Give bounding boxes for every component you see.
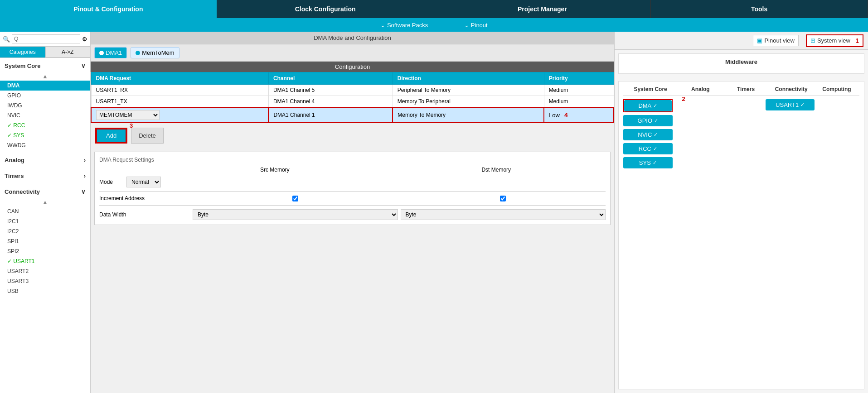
- col-channel: Channel: [268, 72, 393, 85]
- annotation-2: 2: [682, 96, 685, 102]
- dma-check-icon: ✓: [653, 103, 657, 109]
- content-header: DMA Mode and Configuration: [91, 32, 614, 44]
- settings-body: Src Memory Dst Memory Mode Normal Circul…: [99, 167, 606, 220]
- nav-clock[interactable]: Clock Configuration: [217, 0, 434, 18]
- dst-data-width-select[interactable]: Byte Half Word Word: [401, 209, 606, 220]
- nav-pinout[interactable]: Pinout & Configuration: [0, 0, 217, 18]
- analog-label: Analog: [5, 157, 24, 163]
- search-input[interactable]: [12, 34, 80, 43]
- sidebar-item-usart1[interactable]: USART1: [0, 256, 90, 266]
- connectivity-header[interactable]: Connectivity ∨: [0, 186, 90, 198]
- tab-dma1[interactable]: DMA1: [94, 47, 127, 58]
- system-icon: ⊞: [810, 37, 815, 44]
- config-tabs: DMA1 MemToMem: [91, 44, 614, 62]
- dst-increment-check: [401, 196, 606, 201]
- cell-priority-1: Medium: [544, 96, 614, 108]
- search-bar: 🔍 ⚙: [0, 32, 90, 47]
- center-content: DMA Mode and Configuration DMA1 MemToMem…: [91, 32, 614, 393]
- usart1-check-icon: ✓: [800, 102, 805, 108]
- pinout-view-btn[interactable]: ▣ Pinout view: [753, 35, 798, 46]
- mode-select[interactable]: Normal Circular: [126, 177, 161, 187]
- annotation-4: 4: [564, 111, 568, 119]
- dma-table: DMA Request Channel Direction Priority U…: [91, 72, 614, 123]
- request-select[interactable]: MEMTOMEM: [96, 110, 160, 120]
- header-connectivity: Connectivity: [769, 86, 814, 92]
- chip-usart1[interactable]: USART1 ✓: [766, 99, 815, 110]
- settings-headers: Src Memory Dst Memory: [99, 167, 606, 173]
- sidebar-item-usart3[interactable]: USART3: [0, 276, 90, 286]
- delete-button[interactable]: Delete: [131, 128, 164, 144]
- settings-divider-2: [99, 205, 606, 206]
- chip-section: System Core Analog Timers Connectivity C…: [618, 81, 864, 389]
- tab-az[interactable]: A->Z: [45, 47, 91, 58]
- dst-increment-checkbox[interactable]: [500, 196, 506, 201]
- right-panel: ▣ Pinout view ⊞ System view 1 Middleware…: [614, 32, 868, 393]
- middleware-title: Middleware: [623, 58, 859, 65]
- header-timers: Timers: [723, 86, 768, 92]
- dma-chip-wrapper: DMA ✓ 2: [623, 99, 673, 112]
- system-core-header[interactable]: System Core ∨: [0, 60, 90, 72]
- scroll-up[interactable]: ▲: [0, 72, 90, 81]
- header-computing: Computing: [814, 86, 859, 92]
- sidebar-item-spi2[interactable]: SPI2: [0, 246, 90, 256]
- chip-rcc[interactable]: RCC ✓: [623, 143, 673, 154]
- sidebar-item-can[interactable]: CAN: [0, 206, 90, 216]
- timers-col: [721, 99, 762, 168]
- sidebar-item-i2c1[interactable]: I2C1: [0, 216, 90, 226]
- sub-nav: ⌄ Software Packs ⌄ Pinout: [0, 18, 868, 32]
- sidebar-item-nvic[interactable]: NVIC: [0, 110, 90, 120]
- sidebar-item-dma[interactable]: DMA: [0, 81, 90, 91]
- memtomem-label: MemToMem: [142, 49, 175, 56]
- chip-nvic[interactable]: NVIC ✓: [623, 129, 673, 140]
- nav-tools[interactable]: Tools: [651, 0, 868, 18]
- chip-sys[interactable]: SYS ✓: [623, 157, 673, 168]
- gpio-check-icon: ✓: [654, 118, 658, 124]
- nvic-chip-label: NVIC: [638, 131, 652, 138]
- cell-priority-0: Medium: [544, 85, 614, 96]
- subnav-pinout[interactable]: ⌄ Pinout: [464, 22, 487, 29]
- cell-request-1: USART1_TX: [91, 96, 268, 108]
- src-data-width-select[interactable]: Byte Half Word Word: [193, 209, 398, 220]
- timers-header[interactable]: Timers ›: [0, 170, 90, 182]
- sidebar-item-usart2[interactable]: USART2: [0, 266, 90, 276]
- middleware-section: Middleware: [618, 53, 864, 74]
- pinout-icon: ▣: [757, 37, 762, 44]
- nav-project[interactable]: Project Manager: [434, 0, 651, 18]
- tab-categories[interactable]: Categories: [0, 47, 45, 58]
- increment-row: Increment Address: [99, 195, 606, 201]
- system-core-col: DMA ✓ 2 GPIO ✓ NVIC ✓ RCC: [623, 99, 673, 168]
- header-system-core: System Core: [623, 86, 678, 92]
- chip-column-headers: System Core Analog Timers Connectivity C…: [623, 86, 859, 96]
- sidebar: 🔍 ⚙ Categories A->Z System Core ∨ ▲ DMA …: [0, 32, 91, 393]
- dma1-label: DMA1: [106, 49, 122, 56]
- sidebar-item-spi1[interactable]: SPI1: [0, 236, 90, 246]
- sidebar-item-iwdg[interactable]: IWDG: [0, 101, 90, 110]
- sidebar-item-i2c2[interactable]: I2C2: [0, 226, 90, 236]
- system-view-label: System view: [817, 37, 850, 44]
- table-row-selected[interactable]: MEMTOMEM DMA1 Channel 1 Memory To Memory…: [91, 107, 614, 123]
- scroll-up-2[interactable]: ▲: [0, 198, 90, 206]
- add-button[interactable]: Add: [96, 129, 126, 143]
- chip-gpio[interactable]: GPIO ✓: [623, 115, 673, 126]
- chevron-right-icon: ›: [84, 157, 86, 163]
- system-core-label: System Core: [5, 62, 40, 69]
- gpio-chip-label: GPIO: [638, 117, 653, 124]
- table-row[interactable]: USART1_TX DMA1 Channel 4 Memory To Perip…: [91, 96, 614, 108]
- sidebar-item-wwdg[interactable]: WWDG: [0, 140, 90, 150]
- sidebar-item-rcc[interactable]: RCC: [0, 120, 90, 130]
- settings-icon[interactable]: ⚙: [82, 36, 87, 43]
- src-increment-checkbox[interactable]: [292, 196, 298, 201]
- analog-header[interactable]: Analog ›: [0, 154, 90, 166]
- system-view-btn[interactable]: ⊞ System view 1: [806, 34, 863, 47]
- sidebar-item-usb[interactable]: USB: [0, 286, 90, 296]
- chip-dma[interactable]: DMA ✓: [624, 100, 672, 111]
- table-row[interactable]: USART1_RX DMA1 Channel 5 Peripheral To M…: [91, 85, 614, 96]
- cell-direction-1: Memory To Peripheral: [393, 96, 544, 108]
- sidebar-item-gpio[interactable]: GPIO: [0, 91, 90, 101]
- sidebar-item-sys[interactable]: SYS: [0, 130, 90, 140]
- subnav-software-packs[interactable]: ⌄ Software Packs: [380, 22, 428, 29]
- tab-memtomem[interactable]: MemToMem: [131, 47, 179, 58]
- col-priority: Priority: [544, 72, 614, 85]
- cell-direction-2: Memory To Memory: [393, 107, 544, 123]
- chevron-right-icon-2: ›: [84, 173, 86, 179]
